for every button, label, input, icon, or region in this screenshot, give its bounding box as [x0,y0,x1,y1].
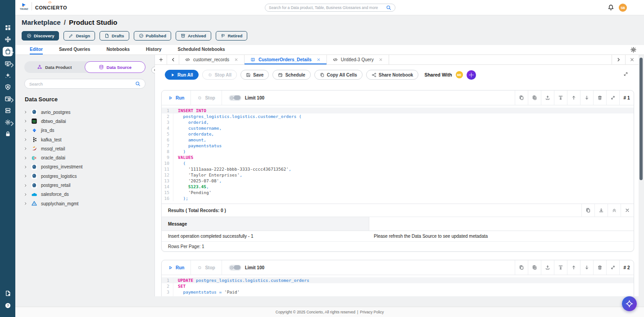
notifications-bell-icon[interactable] [608,4,614,11]
doc-tab-customer-records[interactable]: customer_records [179,55,245,64]
export-up-button[interactable] [541,260,554,275]
code-line[interactable]: 3 paymentstatus = 'Paid' [162,289,634,295]
close-tab-icon[interactable] [317,58,321,62]
nav-automation[interactable] [3,71,13,80]
nav-governance[interactable] [3,83,13,91]
nav-data[interactable] [3,106,13,115]
data-source-postgres_retail[interactable]: postgres_retail [15,181,154,190]
close-tab-icon[interactable] [234,58,238,62]
code-line[interactable]: 10 ( [162,160,634,166]
ai-assistant-button[interactable] [622,296,637,311]
new-tab-button[interactable] [155,55,167,64]
sql-editor[interactable]: 1INSERT INTO2 postgres_logistics.logisti… [162,105,634,204]
tab-scheduled-notebooks[interactable]: Scheduled Notebooks [178,45,225,54]
filter-drafts[interactable]: Drafts [100,31,129,41]
scroll-tabs-right-button[interactable] [612,55,625,64]
data-source-postgres_logistics[interactable]: postgres_logistics [15,172,154,181]
nav-dashboard[interactable] [3,23,13,32]
nav-release-notes[interactable] [3,289,13,298]
filter-design[interactable]: Design [63,31,95,41]
trash-button[interactable] [593,260,606,275]
tab-notebooks[interactable]: Notebooks [106,45,130,54]
chevron-right-icon[interactable] [24,193,27,196]
code-line[interactable]: 4 customername, [162,125,634,131]
results-close-button[interactable] [621,204,634,217]
toggle-data-source[interactable]: Data Source [85,61,146,73]
chevron-right-icon[interactable] [24,165,27,169]
chevron-right-icon[interactable] [24,110,27,114]
nav-apps[interactable] [3,95,13,103]
limit-toggle[interactable] [229,265,241,271]
insert-below-button[interactable] [554,260,567,275]
schedule-button[interactable]: Schedule [272,70,310,80]
nav-hub[interactable] [3,35,13,44]
nav-privacy[interactable] [3,130,13,138]
code-line[interactable]: 5 orderdate, [162,131,634,137]
arrow-down-button[interactable] [580,260,593,275]
chevron-right-icon[interactable] [24,202,27,205]
arrow-down-button[interactable] [580,91,593,105]
share-notebook-button[interactable]: Share Notebook [366,70,419,80]
vertical-scrollbar[interactable] [639,58,643,180]
data-source-postgres_investment[interactable]: postgres_investment [15,163,154,172]
data-source-jira_ds[interactable]: jira_ds [15,126,154,135]
cell-run-button[interactable]: Run [162,91,191,105]
doc-tab-customerorders-details[interactable]: CustomerOrders_Details [245,55,327,64]
chevron-right-icon[interactable] [24,174,27,178]
copy-plus-button[interactable] [528,91,541,105]
expand-button[interactable] [606,91,619,105]
nav-workspace[interactable] [3,59,13,68]
tab-saved-queries[interactable]: Saved Queries [59,45,90,54]
code-line[interactable]: 3 orderid, [162,119,634,125]
nav-help[interactable]: ? [3,301,13,310]
tab-editor[interactable]: Editor [30,45,43,54]
data-source-avrio_postgres[interactable]: avrio_postgres [15,108,154,117]
code-line[interactable]: 4WHERE [162,295,634,296]
data-source-supplychain_mgmt[interactable]: supplychain_mgmt [15,199,154,208]
copy-button[interactable] [515,91,528,105]
code-line[interactable]: 1UPDATE postgres_logistics.logistics.cus… [162,277,634,283]
shared-avatar-me[interactable]: ME [456,71,463,78]
code-line[interactable]: 14 5123.45, [162,184,634,190]
chevron-right-icon[interactable] [24,129,27,132]
user-avatar[interactable]: SB [619,4,627,12]
toggle-data-product[interactable]: Data Product [24,61,85,73]
cell-stop-button[interactable]: Stop [191,91,222,105]
breadcrumb-section[interactable]: Marketplace [22,18,61,26]
search-icon[interactable] [135,81,141,86]
close-tab-icon[interactable] [379,58,383,62]
code-line[interactable]: 8 ) [162,149,634,154]
filter-discovery[interactable]: Discovery [22,31,59,41]
tab-history[interactable]: History [146,45,161,54]
code-line[interactable]: 15 'Pending' [162,190,634,195]
save-button[interactable]: Save [240,70,269,80]
code-line[interactable]: 13 '2025-07-08', [162,178,634,184]
chevron-right-icon[interactable] [24,156,27,160]
code-line[interactable]: 7 paymentstatus [162,143,634,149]
data-source-salesforce_ds[interactable]: salesforce_ds [15,190,154,199]
copy-button[interactable] [515,260,528,275]
filter-retired[interactable]: Retired [216,31,248,41]
search-icon[interactable] [386,5,391,10]
privacy-policy-link[interactable]: Privacy Policy [360,310,384,314]
cell-run-button[interactable]: Run [162,260,191,275]
cell-stop-button[interactable]: Stop [191,260,222,275]
nav-settings[interactable] [3,118,13,127]
chevron-right-icon[interactable] [24,184,27,187]
data-source-dbtwo_dailai[interactable]: DB2dbtwo_dailai [15,117,154,126]
chevron-right-icon[interactable] [24,147,27,150]
code-line[interactable]: 2 postgres_logistics.logistics.customer_… [162,113,634,119]
code-line[interactable]: 12 'Taylor Enterprises', [162,172,634,178]
run-all-button[interactable]: Run All [165,70,199,80]
expand-button[interactable] [606,260,619,275]
sql-editor[interactable]: 1UPDATE postgres_logistics.logistics.cus… [162,275,634,296]
chevron-right-icon[interactable] [24,119,27,123]
code-line[interactable]: 1INSERT INTO [162,108,634,113]
limit-toggle[interactable] [229,95,241,101]
trash-button[interactable] [593,91,606,105]
stop-all-button[interactable]: Stop All [202,70,237,80]
code-line[interactable]: 11 '1111aaaa-2222-bbbb-3333-cccc43671356… [162,166,634,172]
shared-avatar-app[interactable] [467,70,476,80]
code-line[interactable]: 16 ); [162,195,634,201]
filter-archived[interactable]: Archived [176,31,211,41]
